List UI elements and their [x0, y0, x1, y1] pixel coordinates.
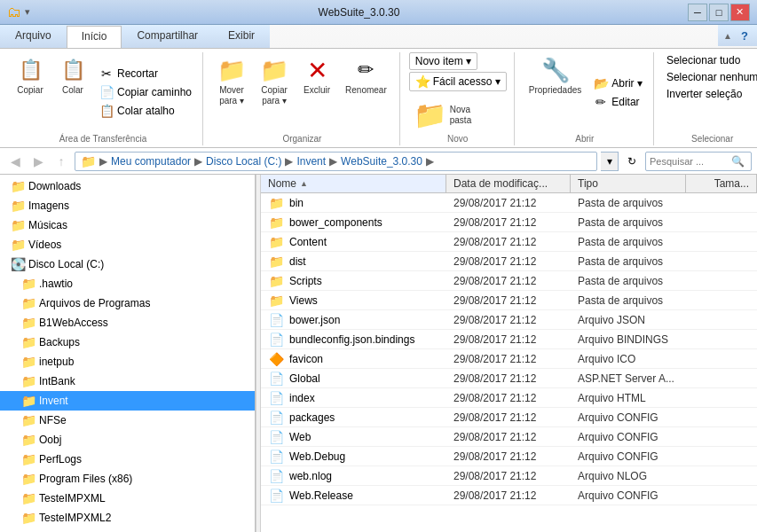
ribbon-small-group-abrir: 📂 Abrir ▾ ✏ Editar: [590, 74, 646, 111]
testimpxml2-folder-icon: 📁: [21, 511, 35, 525]
file-name-label: bundleconfig.json.bindings: [289, 333, 414, 346]
up-button[interactable]: ↑: [51, 152, 71, 171]
sidebar-item-perflogs[interactable]: 📁 PerfLogs: [0, 450, 255, 469]
sidebar-item-testimpxml2[interactable]: 📁 TesteIMPXML2: [0, 508, 255, 528]
disco-local-icon: 💽: [11, 257, 25, 271]
col-header-data[interactable]: Data de modificaç...: [446, 175, 571, 192]
path-invent[interactable]: Invent: [296, 155, 326, 168]
sidebar-item-hawtio-label: .hawtio: [39, 278, 73, 290]
sidebar-item-testimpxml[interactable]: 📁 TesteIMPXML: [0, 489, 255, 508]
sidebar-item-downloads[interactable]: 📁 Downloads: [0, 176, 255, 196]
sidebar-item-videos[interactable]: 📁 Vídeos: [0, 235, 255, 254]
inverter-selecao-button[interactable]: Inverter seleção: [663, 86, 757, 102]
file-cell-size: [686, 456, 757, 458]
file-row[interactable]: 📁 Scripts 29/08/2017 21:12 Pasta de arqu…: [261, 271, 757, 291]
selecionar-nenhum-button[interactable]: Selecionar nenhum: [663, 69, 757, 85]
file-row[interactable]: 📄 Web 29/08/2017 21:12 Arquivo CONFIG: [261, 427, 757, 447]
tab-inicio[interactable]: Início: [67, 26, 122, 48]
sidebar-item-backups[interactable]: 📁 Backups: [0, 332, 255, 352]
tab-exibir[interactable]: Exibir: [213, 25, 270, 48]
copiar-para-button[interactable]: 📁 Copiarpara ▾: [255, 52, 294, 110]
sidebar-item-oobj[interactable]: 📁 Oobj: [0, 430, 255, 450]
mover-para-button[interactable]: 📁 Moverpara ▾: [212, 52, 251, 110]
tab-compartilhar[interactable]: Compartilhar: [122, 25, 213, 48]
recortar-icon: ✂: [99, 66, 114, 81]
file-row[interactable]: 📁 dist 29/08/2017 21:12 Pasta de arquivo…: [261, 252, 757, 271]
abrir-button[interactable]: 📂 Abrir ▾: [590, 74, 646, 92]
path-meu-computador[interactable]: Meu computador: [111, 155, 191, 168]
file-row[interactable]: 📁 Views 29/08/2017 21:12 Pasta de arquiv…: [261, 291, 757, 310]
sidebar-item-imagens[interactable]: 📁 Imagens: [0, 196, 255, 215]
file-row[interactable]: 📄 Web.Release 29/08/2017 21:12 Arquivo C…: [261, 486, 757, 505]
editar-button[interactable]: ✏ Editar: [590, 93, 646, 111]
file-row[interactable]: 📁 bin 29/08/2017 21:12 Pasta de arquivos: [261, 193, 757, 213]
address-dropdown-button[interactable]: ▾: [601, 152, 619, 171]
sidebar-item-b1webaccess[interactable]: 📁 B1WebAccess: [0, 313, 255, 332]
path-disco-local[interactable]: Disco Local (C:): [206, 155, 281, 168]
sidebar-item-backups-label: Backups: [39, 336, 80, 348]
help-button[interactable]: ?: [736, 27, 753, 44]
home-icon: 📁: [81, 154, 96, 168]
col-header-nome[interactable]: Nome ▲: [261, 175, 446, 192]
file-cell-size: [686, 339, 757, 340]
refresh-button[interactable]: ↻: [622, 152, 642, 171]
file-cell-name: 📁 bin: [261, 195, 446, 211]
selecionar-tudo-button[interactable]: Selecionar tudo: [663, 52, 757, 68]
file-cell-date: 29/08/2017 21:12: [446, 235, 571, 249]
sidebar-item-hawtio[interactable]: 📁 .hawtio: [0, 274, 255, 293]
file-row[interactable]: 📁 Content 29/08/2017 21:12 Pasta de arqu…: [261, 232, 757, 252]
address-path[interactable]: 📁 ▶ Meu computador ▶ Disco Local (C:) ▶ …: [75, 152, 597, 171]
file-cell-name: 📄 Web: [261, 429, 446, 445]
sidebar-item-nfse[interactable]: 📁 NFSe: [0, 411, 255, 430]
sidebar-item-arquivos-programas[interactable]: 📁 Arquivos de Programas: [0, 293, 255, 313]
sidebar-item-program-files-x86[interactable]: 📁 Program Files (x86): [0, 469, 255, 489]
novo-item-button[interactable]: Novo item ▾: [409, 52, 477, 70]
file-row[interactable]: 📄 packages 29/08/2017 21:12 Arquivo CONF…: [261, 408, 757, 427]
intbank-folder-icon: 📁: [21, 374, 35, 388]
sidebar: 📁 Downloads 📁 Imagens 📁 Músicas 📁 Vídeos…: [0, 175, 256, 532]
sidebar-item-musicas[interactable]: 📁 Músicas: [0, 215, 255, 235]
file-row[interactable]: 🔶 favicon 29/08/2017 21:12 Arquivo ICO: [261, 349, 757, 369]
copiar-caminho-button[interactable]: 📄 Copiar caminho: [96, 83, 195, 101]
file-row[interactable]: 📄 bower.json 29/08/2017 21:12 Arquivo JS…: [261, 310, 757, 330]
sidebar-item-intbank[interactable]: 📁 IntBank: [0, 372, 255, 391]
file-row[interactable]: 📄 bundleconfig.json.bindings 29/08/2017 …: [261, 330, 757, 349]
novo-item-label: Novo item ▾: [415, 55, 471, 67]
back-button[interactable]: ◀: [5, 152, 25, 171]
colar-button[interactable]: 📋 Colar: [53, 52, 92, 99]
facil-acesso-button[interactable]: ⭐ Fácil acesso ▾: [409, 72, 507, 91]
nova-pasta-button[interactable]: 📁 Novapasta: [409, 97, 477, 132]
file-row[interactable]: 📄 Web.Debug 29/08/2017 21:12 Arquivo CON…: [261, 447, 757, 466]
renomear-button[interactable]: ✏ Renomear: [340, 52, 392, 99]
tab-arquivo[interactable]: Arquivo: [0, 25, 67, 48]
recortar-button[interactable]: ✂ Recortar: [96, 65, 195, 82]
file-cell-date: 29/08/2017 21:12: [446, 352, 571, 366]
sidebar-item-inetpub[interactable]: 📁 inetpub: [0, 352, 255, 372]
col-header-tipo[interactable]: Tipo: [571, 175, 686, 192]
file-row[interactable]: 📄 index 29/08/2017 21:12 Arquivo HTML: [261, 388, 757, 408]
excluir-label: Excluir: [304, 85, 330, 96]
col-header-tamanho[interactable]: Tama...: [686, 175, 757, 192]
file-row[interactable]: 📄 web.nlog 29/08/2017 21:12 Arquivo NLOG: [261, 466, 757, 486]
musicas-folder-icon: 📁: [11, 218, 25, 232]
ribbon-collapse-button[interactable]: ▲: [722, 29, 734, 42]
minimize-button[interactable]: ─: [688, 4, 707, 21]
ribbon: Arquivo Início Compartilhar Exibir ▲ ? 📋…: [0, 25, 757, 148]
file-cell-date: 29/08/2017 21:12: [446, 489, 571, 503]
program-files-x86-folder-icon: 📁: [21, 472, 35, 486]
forward-button[interactable]: ▶: [28, 152, 48, 171]
sidebar-item-disco-local[interactable]: 💽 Disco Local (C:): [0, 254, 255, 274]
file-row[interactable]: 📁 bower_components 29/08/2017 21:12 Past…: [261, 213, 757, 232]
maximize-button[interactable]: □: [709, 4, 729, 21]
close-button[interactable]: ✕: [730, 4, 750, 21]
path-websuite[interactable]: WebSuite_3.0.30: [341, 155, 422, 168]
excluir-button[interactable]: ✕ Excluir: [297, 52, 336, 99]
copiar-button[interactable]: 📋 Copiar: [11, 52, 50, 99]
sidebar-item-invent-label: Invent: [39, 395, 68, 407]
file-row[interactable]: 📄 Global 29/08/2017 21:12 ASP.NET Server…: [261, 369, 757, 388]
sidebar-item-invent[interactable]: 📁 Invent: [0, 391, 255, 411]
window-controls: ─ □ ✕: [688, 4, 750, 21]
colar-atalho-button[interactable]: 📋 Colar atalho: [96, 102, 195, 120]
propriedades-button[interactable]: 🔧 Propriedades: [524, 52, 587, 99]
search-input[interactable]: [650, 156, 729, 167]
